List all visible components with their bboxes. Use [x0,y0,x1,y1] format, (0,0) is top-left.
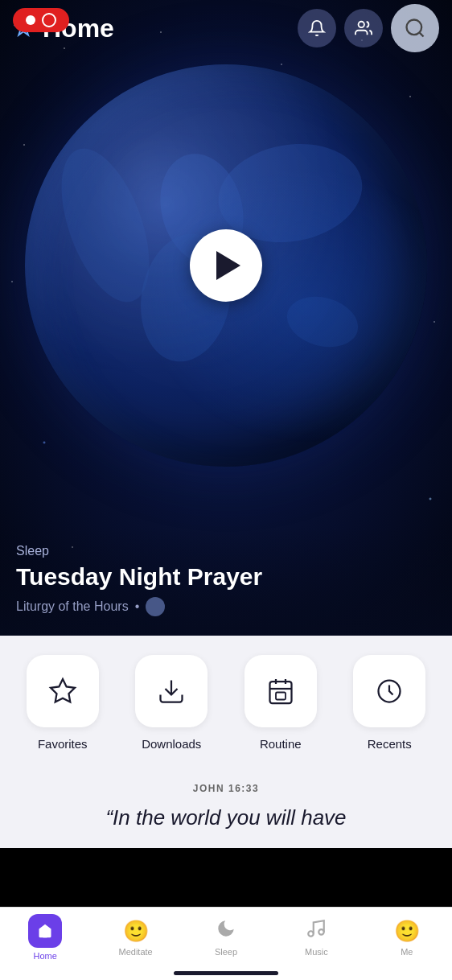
community-button[interactable] [344,9,383,47]
nav-home[interactable]: Home [0,914,90,961]
meditate-nav-label: Meditate [119,947,153,957]
me-icon: 🙂 [394,919,420,944]
notifications-button[interactable] [298,9,336,47]
music-icon [306,918,327,944]
svg-rect-14 [276,693,286,700]
content-title: Tuesday Night Prayer [16,563,436,591]
header-actions [298,4,439,52]
routine-icon-box [244,655,317,727]
svg-point-17 [319,929,325,935]
svg-point-7 [281,289,364,354]
recents-icon-box [353,655,425,727]
sleep-icon [216,918,236,944]
home-nav-label: Home [34,951,57,961]
routine-item[interactable]: Routine [231,655,331,751]
download-icon [157,677,186,706]
svg-point-1 [407,20,422,35]
home-icon [28,914,62,948]
svg-point-0 [359,22,364,27]
recents-item[interactable]: Recents [340,655,440,751]
recents-label: Recents [368,737,412,751]
meditate-icon: 🙂 [123,919,149,944]
nav-meditate[interactable]: 🙂 Meditate [90,919,180,957]
nav-me[interactable]: 🙂 Me [362,919,452,957]
favorites-item[interactable]: Favorites [13,655,113,751]
svg-point-5 [44,138,167,314]
content-subtitle: Liturgy of the Hours • [16,597,436,616]
downloads-icon-box [135,655,208,727]
downloads-item[interactable]: Downloads [122,655,222,751]
clock-icon [375,677,404,706]
music-nav-label: Music [305,947,328,957]
favorites-label: Favorites [38,737,88,751]
routine-label: Routine [260,737,302,751]
verse-text: “In the world you will have [16,804,436,832]
verse-reference: JOHN 16:33 [16,783,436,794]
globe-container [25,64,427,467]
nav-sleep[interactable]: Sleep [181,918,271,957]
header-nav: ☆ Home [0,0,452,56]
verse-section: JOHN 16:33 “In the world you will have [0,764,452,848]
play-icon [216,251,240,280]
quick-access-section: Favorites Downloads Routine [0,636,452,764]
bottom-navigation: Home 🙂 Meditate Sleep Music 🙂 Me [0,907,452,980]
play-button[interactable] [190,229,262,302]
rec-dot [26,15,35,25]
svg-line-2 [419,32,423,36]
progress-indicator [146,597,165,616]
search-moon-button[interactable] [391,4,439,52]
svg-point-16 [309,931,314,937]
content-category: Sleep [16,544,436,558]
recording-button[interactable] [13,8,69,32]
nav-music[interactable]: Music [271,918,361,957]
favorites-icon-box [27,655,99,727]
hero-section: ☆ Home [0,0,452,636]
me-nav-label: Me [401,947,413,957]
sleep-nav-label: Sleep [215,947,237,957]
calendar-icon [266,677,295,706]
svg-marker-8 [51,679,75,702]
home-indicator [174,971,278,975]
hero-content: Sleep Tuesday Night Prayer Liturgy of th… [0,528,452,636]
downloads-label: Downloads [142,737,201,751]
star-icon [48,677,77,706]
rec-icon [42,13,56,27]
